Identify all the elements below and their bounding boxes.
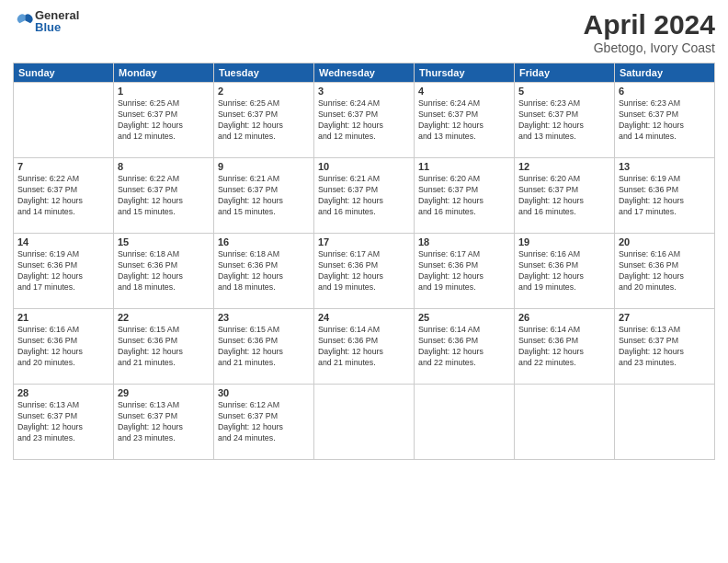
calendar-cell: 19Sunrise: 6:16 AM Sunset: 6:36 PM Dayli… <box>515 234 615 309</box>
day-info: Sunrise: 6:25 AM Sunset: 6:37 PM Dayligh… <box>118 98 210 143</box>
day-info: Sunrise: 6:23 AM Sunset: 6:37 PM Dayligh… <box>619 98 711 143</box>
col-thursday: Thursday <box>415 63 515 83</box>
col-monday: Monday <box>114 63 214 83</box>
day-number: 14 <box>17 236 109 247</box>
day-number: 15 <box>118 236 210 247</box>
day-info: Sunrise: 6:14 AM Sunset: 6:36 PM Dayligh… <box>318 325 410 369</box>
calendar-cell <box>415 385 515 460</box>
calendar-cell: 2Sunrise: 6:25 AM Sunset: 6:37 PM Daylig… <box>214 83 314 158</box>
day-number: 26 <box>518 312 610 323</box>
header: General Blue April 2024 Gbetogo, Ivory C… <box>13 9 715 55</box>
day-info: Sunrise: 6:12 AM Sunset: 6:37 PM Dayligh… <box>218 400 310 444</box>
calendar-cell: 21Sunrise: 6:16 AM Sunset: 6:36 PM Dayli… <box>14 309 114 385</box>
day-info: Sunrise: 6:18 AM Sunset: 6:36 PM Dayligh… <box>218 249 310 293</box>
day-number: 10 <box>318 161 410 172</box>
week-row-1: 1Sunrise: 6:25 AM Sunset: 6:37 PM Daylig… <box>14 83 715 158</box>
day-number: 12 <box>518 161 610 172</box>
day-number: 1 <box>118 86 210 97</box>
calendar-header-row: Sunday Monday Tuesday Wednesday Thursday… <box>14 63 715 83</box>
day-info: Sunrise: 6:16 AM Sunset: 6:36 PM Dayligh… <box>17 325 109 369</box>
day-info: Sunrise: 6:13 AM Sunset: 6:37 PM Dayligh… <box>619 325 711 369</box>
calendar-cell: 23Sunrise: 6:15 AM Sunset: 6:36 PM Dayli… <box>214 309 314 385</box>
calendar-cell: 27Sunrise: 6:13 AM Sunset: 6:37 PM Dayli… <box>615 309 715 385</box>
title-month: April 2024 <box>584 9 715 40</box>
day-info: Sunrise: 6:17 AM Sunset: 6:36 PM Dayligh… <box>318 249 410 293</box>
calendar-cell: 18Sunrise: 6:17 AM Sunset: 6:36 PM Dayli… <box>415 234 515 309</box>
logo-text: General Blue <box>35 9 79 33</box>
calendar-cell: 13Sunrise: 6:19 AM Sunset: 6:36 PM Dayli… <box>615 158 715 234</box>
title-block: April 2024 Gbetogo, Ivory Coast <box>584 9 715 55</box>
calendar-cell: 3Sunrise: 6:24 AM Sunset: 6:37 PM Daylig… <box>314 83 415 158</box>
calendar-cell <box>615 385 715 460</box>
week-row-3: 14Sunrise: 6:19 AM Sunset: 6:36 PM Dayli… <box>14 234 715 309</box>
day-number: 20 <box>619 236 711 247</box>
day-number: 25 <box>418 312 510 323</box>
week-row-5: 28Sunrise: 6:13 AM Sunset: 6:37 PM Dayli… <box>14 385 715 460</box>
day-info: Sunrise: 6:20 AM Sunset: 6:37 PM Dayligh… <box>518 174 610 218</box>
day-info: Sunrise: 6:24 AM Sunset: 6:37 PM Dayligh… <box>418 98 510 143</box>
day-number: 23 <box>218 312 310 323</box>
calendar-cell: 4Sunrise: 6:24 AM Sunset: 6:37 PM Daylig… <box>415 83 515 158</box>
day-number: 30 <box>218 387 310 398</box>
day-info: Sunrise: 6:14 AM Sunset: 6:36 PM Dayligh… <box>418 325 510 369</box>
day-number: 5 <box>518 86 610 97</box>
day-number: 16 <box>218 236 310 247</box>
day-info: Sunrise: 6:17 AM Sunset: 6:36 PM Dayligh… <box>418 249 510 293</box>
calendar-cell: 28Sunrise: 6:13 AM Sunset: 6:37 PM Dayli… <box>14 385 114 460</box>
day-info: Sunrise: 6:16 AM Sunset: 6:36 PM Dayligh… <box>518 249 610 293</box>
day-number: 27 <box>619 312 711 323</box>
day-number: 21 <box>17 312 109 323</box>
col-sunday: Sunday <box>14 63 114 83</box>
calendar-cell: 8Sunrise: 6:22 AM Sunset: 6:37 PM Daylig… <box>114 158 214 234</box>
calendar-cell: 6Sunrise: 6:23 AM Sunset: 6:37 PM Daylig… <box>615 83 715 158</box>
logo-icon <box>13 11 33 31</box>
day-number: 19 <box>518 236 610 247</box>
day-info: Sunrise: 6:15 AM Sunset: 6:36 PM Dayligh… <box>118 325 210 369</box>
day-number: 29 <box>118 387 210 398</box>
calendar-cell: 12Sunrise: 6:20 AM Sunset: 6:37 PM Dayli… <box>515 158 615 234</box>
col-friday: Friday <box>515 63 615 83</box>
calendar-cell <box>515 385 615 460</box>
calendar-cell <box>314 385 415 460</box>
day-info: Sunrise: 6:23 AM Sunset: 6:37 PM Dayligh… <box>518 98 610 143</box>
day-number: 7 <box>17 161 109 172</box>
calendar-cell: 20Sunrise: 6:16 AM Sunset: 6:36 PM Dayli… <box>615 234 715 309</box>
calendar-cell <box>14 83 114 158</box>
calendar-cell: 22Sunrise: 6:15 AM Sunset: 6:36 PM Dayli… <box>114 309 214 385</box>
day-number: 6 <box>619 86 711 97</box>
day-info: Sunrise: 6:16 AM Sunset: 6:36 PM Dayligh… <box>619 249 711 293</box>
calendar-cell: 30Sunrise: 6:12 AM Sunset: 6:37 PM Dayli… <box>214 385 314 460</box>
col-saturday: Saturday <box>615 63 715 83</box>
day-info: Sunrise: 6:25 AM Sunset: 6:37 PM Dayligh… <box>218 98 310 143</box>
day-info: Sunrise: 6:22 AM Sunset: 6:37 PM Dayligh… <box>118 174 210 218</box>
day-info: Sunrise: 6:21 AM Sunset: 6:37 PM Dayligh… <box>218 174 310 218</box>
col-wednesday: Wednesday <box>314 63 415 83</box>
day-info: Sunrise: 6:18 AM Sunset: 6:36 PM Dayligh… <box>118 249 210 293</box>
calendar-cell: 17Sunrise: 6:17 AM Sunset: 6:36 PM Dayli… <box>314 234 415 309</box>
calendar-cell: 5Sunrise: 6:23 AM Sunset: 6:37 PM Daylig… <box>515 83 615 158</box>
title-location: Gbetogo, Ivory Coast <box>584 40 715 55</box>
week-row-2: 7Sunrise: 6:22 AM Sunset: 6:37 PM Daylig… <box>14 158 715 234</box>
calendar-cell: 16Sunrise: 6:18 AM Sunset: 6:36 PM Dayli… <box>214 234 314 309</box>
week-row-4: 21Sunrise: 6:16 AM Sunset: 6:36 PM Dayli… <box>14 309 715 385</box>
calendar-cell: 1Sunrise: 6:25 AM Sunset: 6:37 PM Daylig… <box>114 83 214 158</box>
day-number: 24 <box>318 312 410 323</box>
logo: General Blue <box>13 9 79 33</box>
day-info: Sunrise: 6:24 AM Sunset: 6:37 PM Dayligh… <box>318 98 410 143</box>
day-info: Sunrise: 6:14 AM Sunset: 6:36 PM Dayligh… <box>518 325 610 369</box>
day-number: 13 <box>619 161 711 172</box>
day-number: 3 <box>318 86 410 97</box>
day-info: Sunrise: 6:22 AM Sunset: 6:37 PM Dayligh… <box>17 174 109 218</box>
calendar-cell: 11Sunrise: 6:20 AM Sunset: 6:37 PM Dayli… <box>415 158 515 234</box>
calendar-cell: 10Sunrise: 6:21 AM Sunset: 6:37 PM Dayli… <box>314 158 415 234</box>
day-number: 28 <box>17 387 109 398</box>
day-number: 4 <box>418 86 510 97</box>
calendar-cell: 14Sunrise: 6:19 AM Sunset: 6:36 PM Dayli… <box>14 234 114 309</box>
calendar-cell: 25Sunrise: 6:14 AM Sunset: 6:36 PM Dayli… <box>415 309 515 385</box>
day-number: 8 <box>118 161 210 172</box>
calendar-cell: 26Sunrise: 6:14 AM Sunset: 6:36 PM Dayli… <box>515 309 615 385</box>
page: General Blue April 2024 Gbetogo, Ivory C… <box>0 0 728 563</box>
day-info: Sunrise: 6:13 AM Sunset: 6:37 PM Dayligh… <box>118 400 210 444</box>
logo-blue-text: Blue <box>35 21 79 33</box>
day-info: Sunrise: 6:19 AM Sunset: 6:36 PM Dayligh… <box>619 174 711 218</box>
